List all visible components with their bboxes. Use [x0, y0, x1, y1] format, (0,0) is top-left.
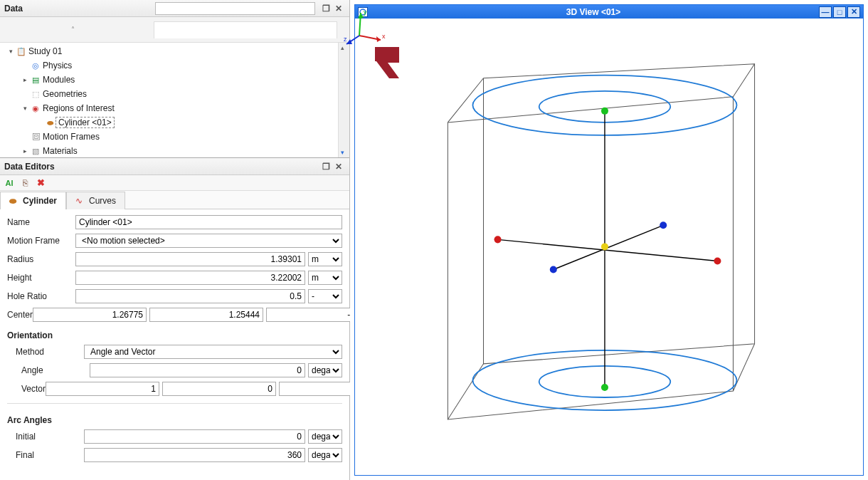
initial-unit-select[interactable]: dega	[308, 429, 342, 444]
tree-label: Materials	[41, 146, 78, 156]
cylinder-icon: ⬬	[9, 196, 19, 206]
hole-ratio-unit-select[interactable]: -	[308, 289, 342, 303]
tree-tab-strip: ˄	[0, 17, 349, 43]
modules-icon: ▤	[30, 75, 41, 85]
angle-input[interactable]	[90, 363, 305, 377]
vector-y-input[interactable]	[162, 382, 276, 396]
delete-button[interactable]: ✖	[34, 177, 47, 189]
height-unit-select[interactable]: m	[308, 271, 342, 285]
editors-panel-header: Data Editors ❐ ✕	[0, 158, 349, 175]
hole-ratio-input[interactable]	[75, 289, 305, 303]
tree-label: Modules	[41, 75, 75, 85]
height-input[interactable]	[75, 271, 305, 285]
target-icon: ◉	[30, 104, 41, 113]
tree-item-study[interactable]: ▾ 📋 Study 01	[3, 44, 349, 58]
geometries-icon: ⬚	[30, 90, 41, 99]
method-label: Method	[7, 347, 84, 357]
cylinder-icon: ⬬	[44, 118, 55, 127]
svg-marker-23	[358, 13, 364, 19]
arc-angles-header: Arc Angles	[7, 411, 342, 425]
tab-curves[interactable]: ∿ Curves	[66, 192, 125, 209]
view3d-window: 3D View <01> — □ ✕	[354, 4, 864, 476]
duplicate-button[interactable]: ⎘	[18, 177, 31, 189]
frames-icon: 🞖	[30, 132, 41, 141]
cylinder-form: Name Motion Frame <No motion selected> R…	[0, 209, 349, 469]
tree-item-modules[interactable]: ▸ ▤ Modules	[3, 73, 349, 87]
tree-label: Cylinder <01>	[55, 117, 115, 128]
name-input[interactable]	[75, 215, 342, 229]
physics-icon: ◎	[30, 61, 41, 71]
orientation-header: Orientation	[7, 326, 342, 340]
tree-item-physics[interactable]: ◎ Physics	[3, 58, 349, 73]
editors-toolbar: AI ⎘ ✖	[0, 175, 349, 191]
chevron-right-icon[interactable]: ▸	[20, 147, 30, 155]
axis-y-label: y	[364, 9, 367, 16]
final-label: Final	[7, 450, 84, 460]
view3d-viewport[interactable]: x y z	[355, 19, 863, 475]
axis-x-label: x	[382, 33, 386, 40]
data-panel-header: Data ❐ ✕	[0, 0, 349, 17]
project-tree[interactable]: ▾ 📋 Study 01 ◎ Physics ▸ ▤ Modules ⬚ Geo…	[0, 43, 349, 157]
tab-label: Cylinder	[23, 196, 57, 206]
method-select[interactable]: Angle and Vector	[84, 345, 342, 359]
name-label: Name	[7, 217, 75, 227]
chevron-right-icon[interactable]: ▸	[20, 76, 30, 83]
tree-label: Study 01	[27, 46, 62, 56]
materials-icon: ▧	[30, 147, 41, 156]
data-panel-title: Data	[4, 4, 23, 14]
editors-panel-title: Data Editors	[4, 162, 55, 172]
blank-tab[interactable]	[154, 21, 337, 38]
height-label: Height	[7, 273, 75, 283]
tree-label: Motion Frames	[41, 132, 100, 142]
tab-cylinder[interactable]: ⬬ Cylinder	[0, 192, 66, 209]
clipboard-icon: 📋	[16, 47, 27, 56]
tree-label: Regions of Interest	[41, 103, 115, 113]
tree-item-geometries[interactable]: ⬚ Geometries	[3, 87, 349, 101]
tree-label: Geometries	[41, 89, 87, 99]
data-panel: Data ❐ ✕ ˄ ▾ 📋 Study 01 ◎ Physics ▸ ▤	[0, 0, 349, 158]
autoincrement-button[interactable]: AI	[3, 177, 16, 189]
tab-label: Curves	[89, 196, 116, 206]
motion-frame-label: Motion Frame	[7, 236, 75, 246]
final-input[interactable]	[84, 448, 305, 462]
curves-icon: ∿	[75, 196, 85, 206]
motion-frame-select[interactable]: <No motion selected>	[75, 234, 342, 248]
angle-label: Angle	[7, 365, 90, 375]
chevron-up-icon[interactable]: ˄	[71, 26, 75, 33]
angle-unit-select[interactable]: dega	[308, 363, 342, 377]
axis-gizmo[interactable]: x y z	[344, 7, 852, 464]
vector-label: Vector	[7, 384, 46, 394]
chevron-down-icon[interactable]: ▾	[6, 48, 16, 55]
tree-label: Physics	[41, 61, 72, 71]
center-x-input[interactable]	[33, 308, 147, 322]
radius-input[interactable]	[75, 252, 305, 266]
chevron-down-icon[interactable]: ▾	[20, 105, 30, 112]
initial-input[interactable]	[84, 429, 305, 444]
center-label: Center	[7, 310, 33, 320]
hole-ratio-label: Hole Ratio	[7, 291, 75, 301]
tree-item-motion-frames[interactable]: 🞖 Motion Frames	[3, 130, 349, 144]
editors-panel: Data Editors ❐ ✕ AI ⎘ ✖ ⬬ Cylinder ∿ Cur…	[0, 158, 349, 480]
center-y-input[interactable]	[149, 308, 263, 322]
tree-item-cylinder[interactable]: ⬬ Cylinder <01>	[3, 115, 349, 130]
data-search-input[interactable]	[155, 2, 315, 15]
restore-icon[interactable]: ❐	[319, 2, 332, 15]
initial-label: Initial	[7, 432, 84, 442]
editor-tabs: ⬬ Cylinder ∿ Curves	[0, 191, 349, 209]
radius-label: Radius	[7, 254, 75, 264]
radius-unit-select[interactable]: m	[308, 252, 342, 266]
restore-icon[interactable]: ❐	[319, 160, 332, 173]
tree-item-materials[interactable]: ▸ ▧ Materials	[3, 144, 349, 157]
axis-z-label: z	[344, 36, 347, 43]
tree-item-roi[interactable]: ▾ ◉ Regions of Interest	[3, 101, 349, 115]
final-unit-select[interactable]: dega	[308, 448, 342, 462]
vector-x-input[interactable]	[46, 382, 159, 396]
